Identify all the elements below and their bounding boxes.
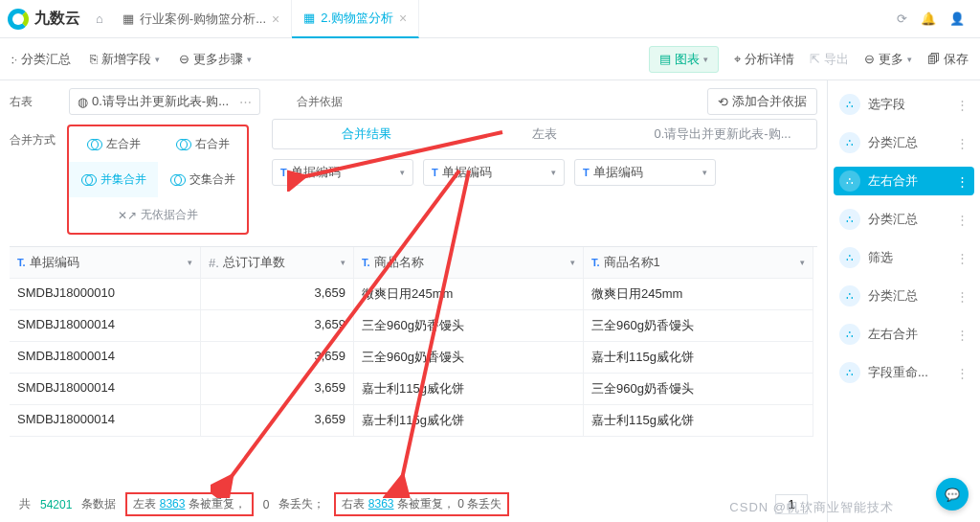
chat-bubble-icon[interactable]: 💬 [936,478,969,511]
add-basis-button[interactable]: ⟲ 添加合并依据 [707,88,817,115]
table-row[interactable]: SMDBJ180000143,659嘉士利115g威化饼三全960g奶香馒头 [10,374,817,405]
th-count[interactable]: #.总订订单数▾ [201,247,354,279]
detail-button[interactable]: ⌖ 分析详情 [734,51,794,68]
refresh-icon[interactable]: ⟳ [897,11,907,26]
group-summary-button[interactable]: ჻ 分类汇总 [11,51,71,68]
chart-button[interactable]: ▤ 图表 ▾ [649,46,719,73]
export-button[interactable]: ⇱ 导出 [810,51,849,68]
pill-result[interactable]: 合并结果 [280,123,453,146]
bell-icon[interactable]: 🔔 [921,11,936,26]
tab-analysis[interactable]: ▦ 2.购物篮分析 × [292,0,419,38]
right-table-label: 右表 [10,94,59,110]
th-code[interactable]: T.单据编码▾ [10,247,201,279]
th-name1[interactable]: T.商品名称1▾ [584,247,813,279]
footer-stats: 共 54201 条数据 左表 8363 条被重复， 0 条丢失； 右表 8363… [10,487,817,522]
steps-panel: ∴选字段⋮∴分类汇总⋮∴左右合并⋮∴分类汇总⋮∴筛选⋮∴分类汇总⋮∴左右合并⋮∴… [827,80,980,522]
home-icon[interactable]: ⌂ [88,8,111,30]
table-row[interactable]: SMDBJ180000143,659三全960g奶香馒头嘉士利115g威化饼 [10,342,817,374]
close-icon[interactable]: × [399,11,407,26]
step-item[interactable]: ∴分类汇总⋮ [834,128,974,157]
step-item[interactable]: ∴筛选⋮ [834,243,974,272]
merge-basis-label: 合并依据 [297,94,346,110]
table-row[interactable]: SMDBJ180000103,659微爽日用245mm微爽日用245mm [10,279,817,310]
pill-left[interactable]: 左表 [458,123,631,146]
merge-type-options: 左合并 右合并 并集合并 交集合并 ✕↗ 无依据合并 [67,125,249,235]
user-icon[interactable]: 👤 [949,11,965,26]
right-merge-option[interactable]: 右合并 [158,126,247,162]
table-row[interactable]: SMDBJ180000143,659嘉士利115g威化饼嘉士利115g威化饼 [10,405,817,437]
close-icon[interactable]: × [272,11,279,27]
step-item[interactable]: ∴分类汇总⋮ [834,282,974,310]
more-button[interactable]: ⊖ 更多 ▾ [864,51,912,68]
inter-merge-option[interactable]: 交集合并 [158,162,247,197]
pill-source[interactable]: 0.请导出并更新此表-购... [636,123,809,146]
basis-field-1[interactable]: T单据编码▾ [272,159,413,186]
basis-field-3[interactable]: T单据编码▾ [574,159,716,186]
basis-tabs: 合并结果 左表 0.请导出并更新此表-购... [272,119,817,149]
no-basis-merge-option[interactable]: ✕↗ 无依据合并 [69,197,247,233]
step-item[interactable]: ∴选字段⋮ [834,90,974,119]
table-row[interactable]: SMDBJ180000143,659三全960g奶香馒头三全960g奶香馒头 [10,310,817,342]
logo: 九数云 [8,9,80,30]
step-item[interactable]: ∴左右合并⋮ [834,320,974,349]
tab-case[interactable]: ▦ 行业案例-购物篮分析... × [111,0,292,38]
watermark: CSDN @帆软商业智能技术 [729,499,894,516]
step-item[interactable]: ∴左右合并⋮ [834,167,974,195]
save-button[interactable]: 🗐 保存 [927,51,969,68]
left-merge-option[interactable]: 左合并 [69,126,158,162]
basis-field-2[interactable]: T单据编码▾ [423,159,565,186]
merge-type-label: 合并方式 [10,132,59,235]
step-item[interactable]: ∴字段重命...⋮ [834,358,974,387]
result-table: T.单据编码▾ #.总订订单数▾ T.商品名称▾ T.商品名称1▾ SMDBJ1… [10,246,817,487]
right-table-select[interactable]: ◍ 0.请导出并更新此表-购... ⋯ [69,88,260,115]
add-field-button[interactable]: ⎘ 新增字段 ▾ [90,51,160,68]
more-steps-button[interactable]: ⊖ 更多步骤 ▾ [179,51,252,68]
th-name[interactable]: T.商品名称▾ [354,247,584,279]
union-merge-option[interactable]: 并集合并 [69,162,158,197]
step-item[interactable]: ∴分类汇总⋮ [834,205,974,234]
